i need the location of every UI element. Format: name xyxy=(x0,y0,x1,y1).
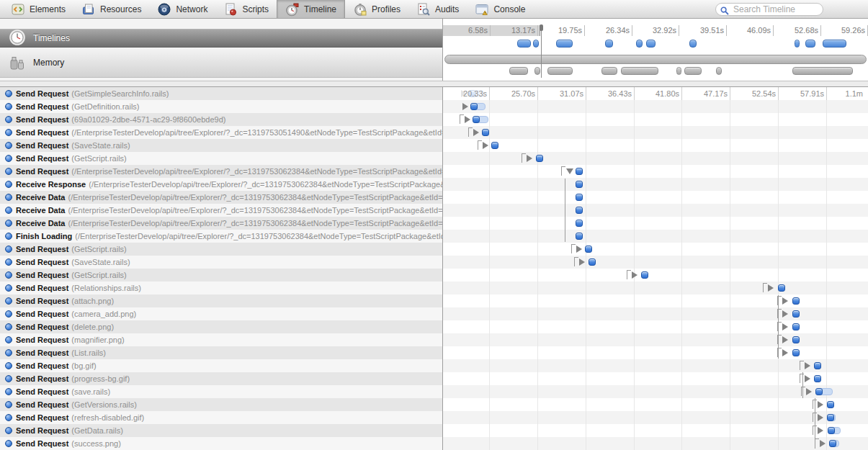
record-row[interactable]: Send Request(List.rails) xyxy=(0,346,442,359)
expand-arrow-icon[interactable] xyxy=(782,310,788,318)
record-graph-stripe xyxy=(443,269,868,282)
record-bracket xyxy=(571,244,576,253)
expand-arrow-icon[interactable] xyxy=(473,129,479,136)
record-graph-stripe xyxy=(443,437,868,450)
expand-arrow-icon[interactable] xyxy=(527,155,532,162)
tab-elements[interactable]: Elements xyxy=(3,0,73,18)
records-list: Send Request(GetSimpleSearchInfo.rails)S… xyxy=(0,87,443,450)
expand-arrow-icon[interactable] xyxy=(768,284,774,292)
overview-window-handle[interactable] xyxy=(540,24,543,31)
record-graph-stripe xyxy=(443,398,868,411)
expand-arrow-icon[interactable] xyxy=(782,297,788,305)
overview-pane: Timelines Memory 6.58s13.17s19.75s26.34s… xyxy=(0,19,868,81)
record-row[interactable]: Send Request(Relationships.rails) xyxy=(0,282,442,294)
record-type: Send Request xyxy=(16,439,68,448)
record-row[interactable]: Send Request(/EnterpriseTesterDevelop/ap… xyxy=(0,165,442,178)
overview-ruler-tick xyxy=(726,25,727,36)
record-bracket xyxy=(522,153,526,163)
expand-arrow-icon[interactable] xyxy=(806,388,812,395)
record-detail: (/EnterpriseTesterDevelop/api/tree/Explo… xyxy=(75,232,442,240)
record-row[interactable]: Send Request(GetScript.rails) xyxy=(0,152,442,165)
record-row[interactable]: Send Request(GetDefinition.rails) xyxy=(0,100,442,113)
expand-arrow-icon[interactable] xyxy=(465,116,470,123)
grid-header-label: 31.07s xyxy=(542,89,583,98)
record-type: Send Request xyxy=(16,310,68,318)
expand-arrow-icon[interactable] xyxy=(462,103,468,110)
record-event-marker xyxy=(576,233,583,240)
tab-audits[interactable]: Audits xyxy=(408,0,467,18)
overview-window-divider[interactable] xyxy=(541,25,542,78)
record-row[interactable]: Send Request(SaveState.rails) xyxy=(0,139,442,152)
expand-arrow-icon[interactable] xyxy=(818,414,823,421)
record-graph-stripe xyxy=(443,100,868,113)
expand-arrow-icon[interactable] xyxy=(579,258,585,266)
grid-line xyxy=(489,87,490,450)
expand-arrow-icon[interactable] xyxy=(805,362,810,369)
record-row[interactable]: Finish Loading(/EnterpriseTesterDevelop/… xyxy=(0,230,442,243)
record-row[interactable]: Send Request(bg.gif) xyxy=(0,359,442,372)
record-row[interactable]: Send Request(SaveState.rails) xyxy=(0,256,442,269)
overview-ruler-label: 46.09s xyxy=(728,26,771,35)
sidebar-item-memory[interactable]: Memory xyxy=(0,48,442,78)
expand-arrow-icon[interactable] xyxy=(566,168,573,174)
expand-arrow-icon[interactable] xyxy=(782,323,788,330)
tab-profiles[interactable]: Profiles xyxy=(345,0,408,18)
record-row[interactable]: Send Request(delete.png) xyxy=(0,320,442,333)
record-row[interactable]: Send Request(refresh-disabled.gif) xyxy=(0,411,442,424)
devtools-toolbar: ElementsResourcesNetworkScriptsTimelineP… xyxy=(0,0,868,19)
resources-icon xyxy=(81,2,96,17)
record-row[interactable]: Send Request(attach.png) xyxy=(0,294,442,307)
record-event-marker xyxy=(491,142,498,149)
record-row[interactable]: Send Request(GetScript.rails) xyxy=(0,243,442,256)
record-row[interactable]: Send Request(magnifier.png) xyxy=(0,333,442,346)
record-row[interactable]: Send Request(camera_add.png) xyxy=(0,307,442,320)
record-type: Send Request xyxy=(16,361,68,370)
record-event-marker xyxy=(815,388,823,395)
record-row[interactable]: Receive Response(/EnterpriseTesterDevelo… xyxy=(0,178,442,191)
record-type: Send Request xyxy=(16,154,68,163)
expand-arrow-icon[interactable] xyxy=(576,246,582,253)
overview-ruler-tick xyxy=(537,25,538,36)
sidebar-item-timelines[interactable]: Timelines xyxy=(0,29,442,48)
record-event-marker xyxy=(576,168,583,175)
record-row[interactable]: Send Request(save.rails) xyxy=(0,385,442,398)
record-detail: (/EnterpriseTesterDevelop/api/tree/Explo… xyxy=(68,193,443,202)
tab-resources[interactable]: Resources xyxy=(73,0,149,18)
console-icon xyxy=(475,2,489,17)
sidebar-memory-label: Memory xyxy=(33,58,64,68)
records-graph: 20.33s25.70s31.07s36.43s41.80s47.17s52.5… xyxy=(443,87,868,450)
record-graph-stripe xyxy=(443,191,868,204)
expand-arrow-icon[interactable] xyxy=(632,271,637,279)
record-type: Send Request xyxy=(16,336,68,344)
record-row[interactable]: Receive Data(/EnterpriseTesterDevelop/ap… xyxy=(0,191,442,204)
search-input[interactable] xyxy=(715,3,823,16)
record-row[interactable]: Send Request(success.png) xyxy=(0,437,442,450)
expand-arrow-icon[interactable] xyxy=(818,401,823,408)
audits-icon xyxy=(416,2,431,17)
tab-scripts[interactable]: Scripts xyxy=(215,0,277,18)
expand-arrow-icon[interactable] xyxy=(782,349,788,356)
expand-arrow-icon[interactable] xyxy=(483,142,488,149)
grid-line xyxy=(634,87,635,450)
record-row[interactable]: Receive Data(/EnterpriseTesterDevelop/ap… xyxy=(0,204,442,217)
record-row[interactable]: Receive Data(/EnterpriseTesterDevelop/ap… xyxy=(0,217,442,230)
expand-arrow-icon[interactable] xyxy=(820,440,826,447)
record-row[interactable]: Send Request(GetData.rails) xyxy=(0,424,442,437)
tab-console[interactable]: Console xyxy=(467,0,533,18)
record-row[interactable]: Send Request(progress-bg.gif) xyxy=(0,372,442,385)
record-row[interactable]: Send Request(GetScript.rails) xyxy=(0,269,442,282)
tab-timeline[interactable]: Timeline xyxy=(277,0,345,18)
record-row[interactable]: Send Request(GetSimpleSearchInfo.rails) xyxy=(0,87,442,100)
tab-network[interactable]: Network xyxy=(149,0,215,18)
expand-arrow-icon[interactable] xyxy=(805,375,810,382)
record-row[interactable]: Send Request(GetVersions.rails) xyxy=(0,398,442,411)
record-bullet-icon xyxy=(5,207,12,214)
expand-arrow-icon[interactable] xyxy=(818,427,823,434)
overview-resource-bar xyxy=(676,67,681,75)
overview-scrollbar[interactable] xyxy=(444,55,867,64)
expand-arrow-icon[interactable] xyxy=(782,336,788,343)
grid-header-tick xyxy=(778,87,779,100)
record-type: Send Request xyxy=(16,348,68,357)
record-row[interactable]: Send Request(69a01029-2dbe-4571-ac29-9f8… xyxy=(0,113,442,126)
record-row[interactable]: Send Request(/EnterpriseTesterDevelop/ap… xyxy=(0,126,442,139)
